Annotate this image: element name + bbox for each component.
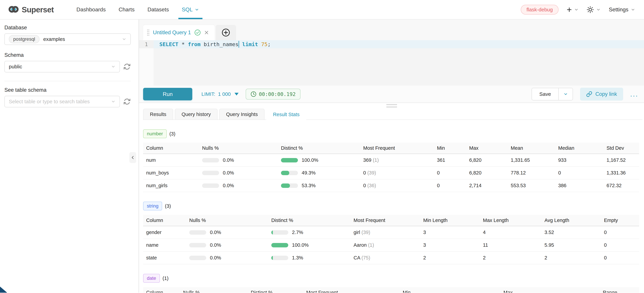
- most-frequent-cell: Aaron (1): [350, 239, 420, 252]
- sidebar-divider: [4, 81, 131, 81]
- stat-cell: 2,714: [466, 179, 508, 192]
- stat-cell: 2: [542, 252, 601, 264]
- col-header: Most Frequent: [303, 287, 400, 293]
- close-tab-icon[interactable]: [204, 30, 209, 35]
- table-row: num_boys 0.0% 49.3% 0 (39) 0 6,820 778.1…: [143, 166, 639, 179]
- superset-brand[interactable]: Superset: [8, 0, 54, 19]
- mouse-cursor: [0, 286, 7, 293]
- sql-editor[interactable]: 1 SELECT * from birth_names limit 75;: [139, 40, 644, 86]
- result-stats-content: number (3) Column Nulls % Distinct %: [143, 129, 644, 293]
- stat-cell: 5.95: [542, 239, 601, 252]
- col-header: Avg Length: [542, 215, 601, 226]
- stat-cell: 6,820: [466, 166, 508, 179]
- timer-value: 00:00:00.192: [259, 91, 296, 97]
- stat-cell: 3: [420, 239, 480, 252]
- more-actions-button[interactable]: ...: [630, 92, 638, 96]
- most-frequent-cell: 369 (1): [360, 154, 434, 166]
- query-tab[interactable]: Untitled Query 1: [143, 25, 215, 40]
- database-select[interactable]: postgresql examples: [4, 34, 131, 45]
- col-header: Most Frequent: [360, 142, 434, 154]
- tab-query-history[interactable]: Query history: [175, 109, 218, 120]
- stat-cell: 0: [434, 166, 466, 179]
- refresh-tables-icon[interactable]: [123, 98, 131, 105]
- nav-item-charts[interactable]: Charts: [112, 0, 141, 19]
- pane-resize-handle[interactable]: [139, 103, 644, 109]
- col-header: Nulls %: [199, 142, 278, 154]
- nav-item-datasets[interactable]: Datasets: [141, 0, 175, 19]
- table-schema-label: See table schema: [4, 87, 131, 93]
- col-header: Min Length: [420, 215, 480, 226]
- column-name-cell: num_girls: [143, 179, 199, 192]
- save-button[interactable]: Save: [532, 88, 558, 100]
- schema-select[interactable]: public: [4, 61, 120, 72]
- app-body: Database postgresql examples Schema publ…: [0, 20, 644, 293]
- chevron-down-icon: [596, 8, 600, 12]
- settings-menu[interactable]: Settings: [609, 6, 635, 13]
- column-name-cell: gender: [143, 226, 186, 239]
- chevron-down-icon: [195, 8, 199, 12]
- most-frequent-cell: girl (39): [350, 226, 420, 239]
- tab-query-insights[interactable]: Query Insights: [219, 109, 264, 120]
- nulls-bar: 0.0%: [189, 242, 266, 248]
- nav-item-dashboards[interactable]: Dashboards: [70, 0, 112, 19]
- clock-icon: [250, 91, 256, 97]
- save-options-caret[interactable]: [558, 88, 572, 100]
- col-header: Max: [466, 142, 508, 154]
- stat-cell: 1,331.65: [508, 154, 555, 166]
- string-section: string (3) Column Nulls % Distinct %: [143, 202, 639, 264]
- stat-cell: 2: [420, 252, 480, 264]
- col-header: Distinct %: [268, 215, 350, 226]
- nulls-bar: 0.0%: [189, 255, 266, 260]
- stat-cell: 1,167.52: [604, 154, 639, 166]
- stat-cell: 672.32: [604, 179, 639, 192]
- nav-item-sql[interactable]: SQL: [175, 0, 206, 19]
- column-name-cell: name: [143, 239, 186, 252]
- sql-editor-empty-area[interactable]: [139, 48, 644, 86]
- col-header: Max Length: [480, 215, 542, 226]
- stat-cell: 553.53: [508, 179, 555, 192]
- limit-dropdown[interactable]: LIMIT: 1 000: [202, 91, 238, 97]
- distinct-bar: 2.7%: [271, 230, 349, 235]
- stat-cell: 933: [555, 154, 604, 166]
- col-header: Std Dev: [604, 142, 639, 154]
- results-pane: Results Query history Query Insights Res…: [139, 109, 644, 293]
- sql-active-line[interactable]: 1 SELECT * from birth_names limit 75;: [139, 40, 644, 48]
- nulls-bar: 0.0%: [202, 157, 276, 163]
- stat-cell: 6,820: [466, 154, 508, 166]
- chevron-down-icon: [111, 64, 116, 69]
- query-tabbar: Untitled Query 1: [139, 20, 644, 40]
- drag-handle-icon[interactable]: [147, 29, 150, 36]
- string-type-badge: string: [143, 202, 162, 210]
- table-row: name 0.0% 100.0% Aaron (1) 3 11 5.95 0: [143, 239, 639, 252]
- stat-cell: 3: [420, 226, 480, 239]
- date-type-count: (1): [162, 276, 168, 281]
- copy-link-button[interactable]: Copy link: [580, 88, 623, 100]
- results-tabbar: Results Query history Query Insights Res…: [143, 109, 642, 120]
- table-select[interactable]: Select table or type to search tables: [4, 96, 120, 107]
- new-item-menu[interactable]: +: [567, 5, 578, 14]
- col-header: Distinct %: [278, 142, 360, 154]
- table-row: gender 0.0% 2.7% girl (39) 3 4 3.52 0: [143, 226, 639, 239]
- sql-code-line[interactable]: SELECT * from birth_names limit 75;: [154, 40, 644, 48]
- col-header: Mean: [508, 142, 555, 154]
- string-stats-table: Column Nulls % Distinct % Most Frequent …: [143, 215, 639, 264]
- link-icon: [586, 91, 592, 97]
- limit-value: 1 000: [218, 91, 231, 97]
- sidebar-collapse-handle[interactable]: [130, 152, 136, 163]
- chevron-down-icon: [122, 37, 126, 41]
- column-name-cell: num: [143, 154, 199, 166]
- run-button[interactable]: Run: [143, 88, 192, 100]
- tab-results[interactable]: Results: [143, 109, 173, 120]
- line-number: 1: [139, 40, 154, 48]
- col-header: Column: [143, 215, 186, 226]
- refresh-schema-icon[interactable]: [123, 63, 131, 70]
- stat-cell: 1,331.36: [604, 166, 639, 179]
- tab-result-stats[interactable]: Result Stats: [266, 109, 306, 120]
- stat-cell: 0: [434, 179, 466, 192]
- theme-menu[interactable]: [587, 6, 600, 13]
- distinct-bar: 53.3%: [281, 183, 358, 188]
- col-header: Min: [400, 287, 500, 293]
- sun-icon: [587, 6, 594, 13]
- new-query-tab-button[interactable]: [216, 25, 236, 40]
- number-stats-table: Column Nulls % Distinct % Most Frequent …: [143, 142, 639, 192]
